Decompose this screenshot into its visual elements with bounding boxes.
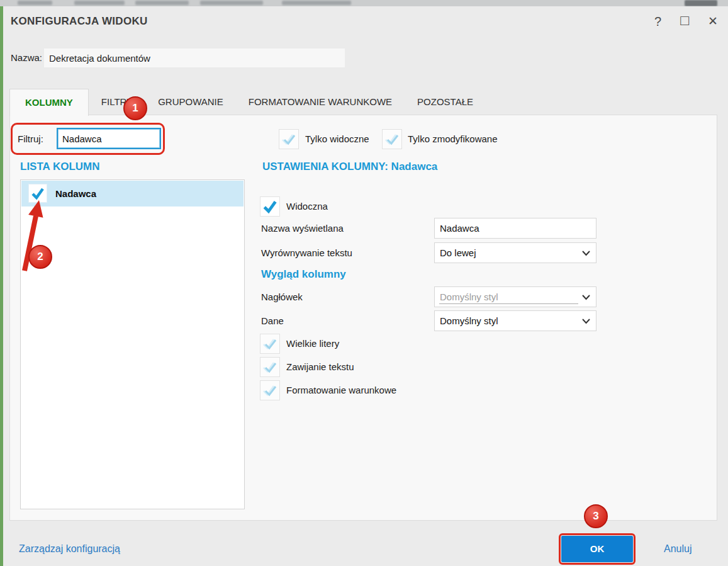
uppercase-checkbox[interactable] bbox=[260, 334, 280, 354]
display-name-input[interactable] bbox=[434, 218, 596, 239]
display-name-label: Nazwa wyświetlana bbox=[261, 218, 344, 239]
background-remnant bbox=[200, 1, 263, 5]
alignment-select-value: Do lewej bbox=[440, 243, 476, 263]
background-remnant bbox=[18, 1, 52, 5]
conditional-formatting-label: Formatowanie warunkowe bbox=[286, 380, 396, 400]
background-remnant bbox=[135, 1, 189, 5]
pale-check-icon bbox=[262, 359, 277, 375]
chevron-down-icon bbox=[582, 251, 590, 256]
background-remnant bbox=[685, 0, 717, 6]
tab-filtry[interactable]: FILTRY bbox=[89, 89, 145, 115]
background-remnant bbox=[282, 1, 351, 5]
background-remnant-strip bbox=[0, 0, 728, 6]
appearance-heading: Wygląd kolumny bbox=[261, 268, 346, 281]
tab-strip: KOLUMNY FILTRY GRUPOWANIE FORMATOWANIE W… bbox=[9, 88, 486, 115]
column-checked-checkbox[interactable] bbox=[28, 184, 47, 203]
header-style-label: Nagłówek bbox=[261, 286, 303, 307]
chevron-down-icon bbox=[582, 295, 590, 300]
dialog-konfiguracja-widoku: KONFIGURACJA WIDOKU ? □ ✕ Nazwa: KOLUMNY… bbox=[0, 6, 728, 566]
name-label: Nazwa: bbox=[11, 48, 42, 67]
pale-check-icon bbox=[262, 383, 277, 398]
only-modified-label: Tylko zmodyfikowane bbox=[408, 129, 498, 149]
only-visible-checkbox[interactable] bbox=[279, 129, 299, 149]
left-accent-strip bbox=[0, 6, 3, 566]
column-list-heading: LISTA KOLUMN bbox=[20, 161, 100, 173]
close-icon[interactable]: ✕ bbox=[708, 15, 718, 27]
conditional-formatting-checkbox[interactable] bbox=[260, 380, 280, 400]
only-visible-label: Tylko widoczne bbox=[305, 129, 369, 149]
wrap-text-label: Zawijanie tekstu bbox=[286, 357, 354, 377]
dialog-title: KONFIGURACJA WIDOKU bbox=[11, 6, 148, 36]
tab-pozostale[interactable]: POZOSTAŁE bbox=[405, 89, 486, 115]
column-settings-heading: USTAWIENIA KOLUMNY: Nadawca bbox=[262, 161, 437, 173]
header-style-select[interactable]: Domyślny styl bbox=[434, 286, 596, 307]
manage-configuration-link[interactable]: Zarządzaj konfiguracją bbox=[19, 543, 120, 555]
column-list-item-label: Nadawca bbox=[55, 181, 96, 207]
maximize-icon[interactable]: □ bbox=[680, 13, 689, 28]
column-list-item-nadawca[interactable]: Nadawca bbox=[21, 181, 244, 207]
check-icon bbox=[262, 198, 278, 215]
tab-kolumny[interactable]: KOLUMNY bbox=[9, 89, 89, 116]
pale-check-icon bbox=[281, 132, 296, 147]
filter-input[interactable] bbox=[57, 128, 161, 149]
help-icon[interactable]: ? bbox=[654, 15, 661, 28]
alignment-label: Wyrównywanie tekstu bbox=[261, 242, 352, 263]
only-modified-checkbox[interactable] bbox=[382, 129, 402, 149]
column-listbox[interactable]: Nadawca bbox=[20, 179, 245, 509]
wrap-text-checkbox[interactable] bbox=[260, 357, 280, 377]
data-style-select-value: Domyślny styl bbox=[440, 311, 498, 331]
visible-checkbox[interactable] bbox=[260, 196, 280, 217]
alignment-select[interactable]: Do lewej bbox=[434, 242, 596, 263]
chevron-down-icon bbox=[582, 319, 590, 324]
select-underline bbox=[439, 303, 578, 304]
tab-grupowanie[interactable]: GRUPOWANIE bbox=[145, 89, 236, 115]
pale-check-icon bbox=[262, 336, 277, 351]
titlebar-icons: ? □ ✕ bbox=[654, 6, 718, 36]
cancel-link[interactable]: Anuluj bbox=[664, 543, 692, 555]
ok-button[interactable]: OK bbox=[561, 536, 633, 562]
uppercase-label: Wielkie litery bbox=[286, 334, 339, 354]
name-input[interactable] bbox=[44, 48, 345, 67]
data-style-select[interactable]: Domyślny styl bbox=[434, 310, 596, 331]
pale-check-icon bbox=[384, 132, 400, 147]
filter-label: Filtruj: bbox=[18, 128, 43, 149]
visible-label: Widoczna bbox=[286, 196, 328, 217]
tab-formatowanie-warunkowe[interactable]: FORMATOWANIE WARUNKOWE bbox=[236, 89, 405, 115]
data-style-label: Dane bbox=[261, 310, 284, 331]
screen: KONFIGURACJA WIDOKU ? □ ✕ Nazwa: KOLUMNY… bbox=[0, 0, 728, 566]
dialog-titlebar: KONFIGURACJA WIDOKU ? □ ✕ bbox=[3, 6, 728, 36]
check-icon bbox=[30, 186, 45, 201]
background-remnant bbox=[74, 1, 125, 5]
